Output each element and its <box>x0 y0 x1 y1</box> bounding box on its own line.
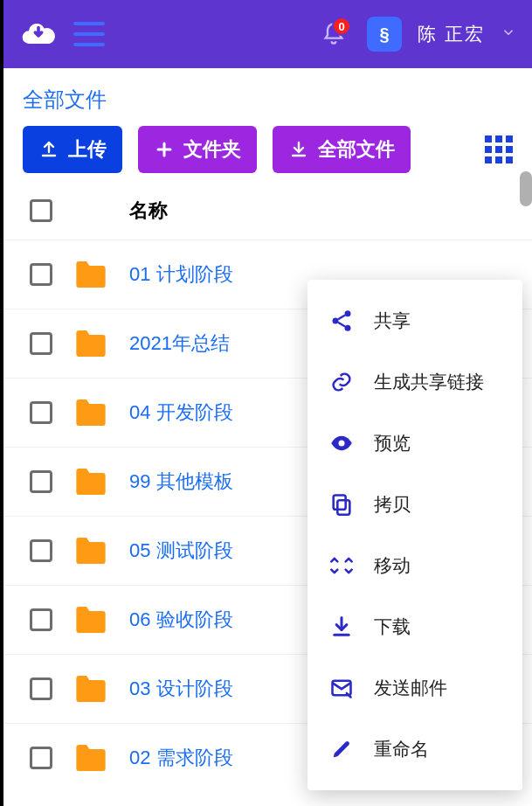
row-checkbox[interactable] <box>30 608 52 631</box>
context-menu-item[interactable]: 共享 <box>307 290 522 351</box>
user-name[interactable]: 陈 正宏 <box>418 22 485 46</box>
folder-icon <box>73 674 108 704</box>
row-checkbox[interactable] <box>30 401 52 424</box>
context-menu-label: 生成共享链接 <box>374 370 484 394</box>
row-name[interactable]: 04 开发阶段 <box>129 400 233 426</box>
row-name[interactable]: 2021年总结 <box>129 330 230 357</box>
cloud-download-icon[interactable] <box>19 15 58 53</box>
mail-icon <box>328 675 355 701</box>
link-icon <box>328 369 355 395</box>
row-name[interactable]: 05 测试阶段 <box>129 538 233 564</box>
share-icon <box>328 308 355 334</box>
folder-icon <box>73 329 108 358</box>
list-header: 名称 <box>3 182 532 240</box>
chevron-down-icon[interactable] <box>501 24 516 44</box>
eye-icon <box>328 430 355 456</box>
row-name[interactable]: 02 需求阶段 <box>129 745 233 771</box>
new-folder-label: 文件夹 <box>183 136 241 163</box>
download-icon <box>328 614 355 640</box>
context-menu-label: 预览 <box>374 431 411 455</box>
context-menu-label: 拷贝 <box>374 492 411 517</box>
menu-button[interactable] <box>73 22 105 46</box>
new-folder-button[interactable]: 文件夹 <box>138 126 257 173</box>
upload-label: 上传 <box>68 136 107 163</box>
row-checkbox[interactable] <box>30 539 52 562</box>
context-menu-item[interactable]: 重命名 <box>307 719 522 780</box>
context-menu-label: 重命名 <box>374 737 429 761</box>
top-bar: 0 § 陈 正宏 <box>3 0 532 68</box>
folder-icon <box>73 260 108 289</box>
row-checkbox[interactable] <box>30 332 52 355</box>
folder-icon <box>73 743 108 773</box>
context-menu-item[interactable]: 拷贝 <box>307 474 522 535</box>
breadcrumb[interactable]: 全部文件 <box>23 86 513 114</box>
all-files-button[interactable]: 全部文件 <box>273 126 411 173</box>
copy-icon <box>328 491 355 518</box>
row-checkbox[interactable] <box>30 677 52 700</box>
context-menu-item[interactable]: 发送邮件 <box>307 657 522 719</box>
select-all-checkbox[interactable] <box>30 199 52 222</box>
row-checkbox[interactable] <box>30 263 52 286</box>
rename-icon <box>328 736 355 762</box>
folder-icon <box>73 536 108 566</box>
upload-button[interactable]: 上传 <box>23 126 122 173</box>
folder-icon <box>73 605 108 635</box>
column-name[interactable]: 名称 <box>129 198 168 224</box>
sub-header: 全部文件 上传 文件夹 全部文件 <box>3 68 532 182</box>
all-files-label: 全部文件 <box>318 136 395 163</box>
context-menu-label: 共享 <box>374 309 411 333</box>
scrollbar[interactable] <box>520 171 532 206</box>
notifications-button[interactable]: 0 <box>316 17 351 52</box>
context-menu-item[interactable]: 下载 <box>307 596 522 657</box>
context-menu-label: 发送邮件 <box>374 676 447 700</box>
row-name[interactable]: 99 其他模板 <box>129 469 233 495</box>
row-checkbox[interactable] <box>30 747 52 769</box>
context-menu-item[interactable]: 移动 <box>307 535 522 596</box>
move-icon <box>328 552 355 579</box>
row-name[interactable]: 01 计划阶段 <box>129 261 233 288</box>
folder-icon <box>73 398 108 427</box>
grid-view-toggle[interactable] <box>485 135 513 163</box>
folder-icon <box>73 467 108 497</box>
context-menu-label: 移动 <box>374 553 411 578</box>
avatar[interactable]: § <box>367 17 402 52</box>
context-menu: 共享 生成共享链接 预览 拷贝 移动 下载 发送邮件 重命名 <box>307 280 522 790</box>
row-name[interactable]: 06 验收阶段 <box>129 607 233 633</box>
row-name[interactable]: 03 设计阶段 <box>129 676 233 702</box>
context-menu-item[interactable]: 生成共享链接 <box>307 351 522 413</box>
context-menu-label: 下载 <box>374 615 411 639</box>
context-menu-item[interactable]: 预览 <box>307 413 522 474</box>
row-checkbox[interactable] <box>30 470 52 493</box>
notification-badge: 0 <box>332 17 351 36</box>
